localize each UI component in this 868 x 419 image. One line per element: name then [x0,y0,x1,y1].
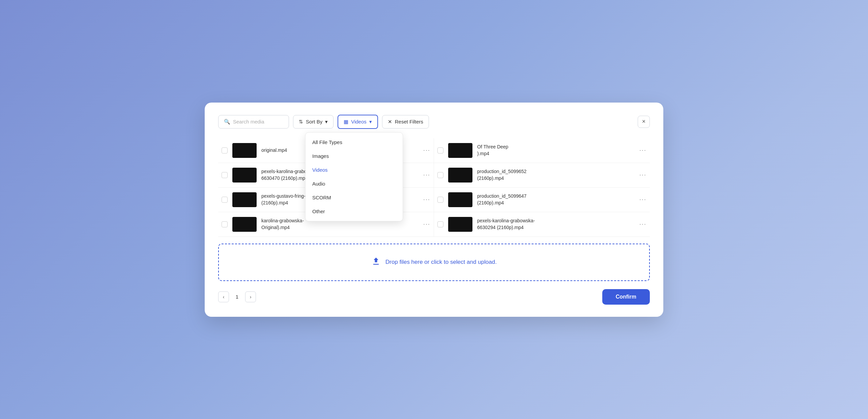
dropdown-item-images[interactable]: Images [306,149,403,163]
file-checkbox-5[interactable] [222,197,228,203]
prev-page-button[interactable]: ‹ [218,291,229,302]
reset-filters-button[interactable]: ✕ Reset Filters [382,115,429,129]
table-row: production_id_5099647(2160p).mp4 ··· [434,188,650,212]
file-thumbnail-7 [232,217,257,232]
search-icon: 🔍 [224,119,230,125]
confirm-button[interactable]: Confirm [602,289,650,305]
file-checkbox-3[interactable] [222,172,228,178]
file-checkbox-6[interactable] [437,197,443,203]
file-list: original.mp4 ··· Of Three Deep).mp4 ··· … [218,138,650,237]
video-filter-icon: ▦ [344,119,348,125]
dropdown-item-other[interactable]: Other [306,204,403,218]
upload-text: Drop files here or click to select and u… [385,259,497,266]
reset-label: Reset Filters [395,119,423,124]
file-thumbnail-1 [232,143,257,158]
footer: ‹ 1 › Confirm [218,289,650,305]
more-options-2[interactable]: ··· [639,147,646,154]
more-options-6[interactable]: ··· [639,196,646,203]
filter-videos-button[interactable]: ▦ Videos ▾ [338,115,378,129]
close-button[interactable]: × [638,116,650,128]
filename-4: production_id_5099652(2160p).mp4 [477,168,635,181]
table-row: pexels-karolina-grabowska-6630294 (2160p… [434,212,650,237]
dropdown-item-audio[interactable]: Audio [306,177,403,191]
dropdown-item-videos[interactable]: Videos [306,163,403,177]
next-page-button[interactable]: › [245,291,256,302]
file-checkbox-2[interactable] [437,147,443,153]
reset-icon: ✕ [388,119,392,125]
table-row: production_id_5099652(2160p).mp4 ··· [434,163,650,188]
dropdown-item-scorm[interactable]: SCORM [306,191,403,204]
more-options-7[interactable]: ··· [423,221,430,228]
filename-6: production_id_5099647(2160p).mp4 [477,193,635,206]
file-type-dropdown: All File Types Images Videos Audio SCORM… [305,132,403,221]
search-box[interactable]: 🔍 Search media [218,115,289,129]
file-thumbnail-2 [448,143,472,158]
sort-label: Sort By [306,119,322,124]
filter-chevron-icon: ▾ [369,119,372,125]
more-options-8[interactable]: ··· [639,221,646,228]
table-row: Of Three Deep).mp4 ··· [434,138,650,163]
toolbar: 🔍 Search media ⇅ Sort By ▾ ▦ Videos ▾ ✕ … [218,115,650,129]
more-options-5[interactable]: ··· [423,196,430,203]
current-page: 1 [234,294,240,300]
sort-icon: ⇅ [299,119,303,125]
media-picker-modal: 🔍 Search media ⇅ Sort By ▾ ▦ Videos ▾ ✕ … [205,103,663,317]
next-icon: › [250,294,252,300]
more-options-3[interactable]: ··· [423,171,430,178]
file-checkbox-7[interactable] [222,221,228,227]
sort-by-button[interactable]: ⇅ Sort By ▾ [293,115,334,129]
filename-2: Of Three Deep).mp4 [477,144,635,157]
upload-drop-zone[interactable]: Drop files here or click to select and u… [218,244,650,281]
sort-chevron-icon: ▾ [325,119,328,125]
file-checkbox-4[interactable] [437,172,443,178]
upload-icon [371,256,381,268]
search-input[interactable]: Search media [233,119,264,124]
file-thumbnail-4 [448,168,472,183]
filename-8: pexels-karolina-grabowska-6630294 (2160p… [477,218,635,231]
close-icon: × [642,118,646,125]
dropdown-item-all-file-types[interactable]: All File Types [306,135,403,149]
file-thumbnail-5 [232,192,257,207]
file-checkbox-1[interactable] [222,147,228,153]
file-thumbnail-8 [448,217,472,232]
file-thumbnail-3 [232,168,257,183]
prev-icon: ‹ [223,294,225,300]
pagination: ‹ 1 › [218,291,256,302]
filter-label: Videos [351,119,367,124]
more-options-1[interactable]: ··· [423,147,430,154]
more-options-4[interactable]: ··· [639,171,646,178]
file-checkbox-8[interactable] [437,221,443,227]
file-thumbnail-6 [448,192,472,207]
